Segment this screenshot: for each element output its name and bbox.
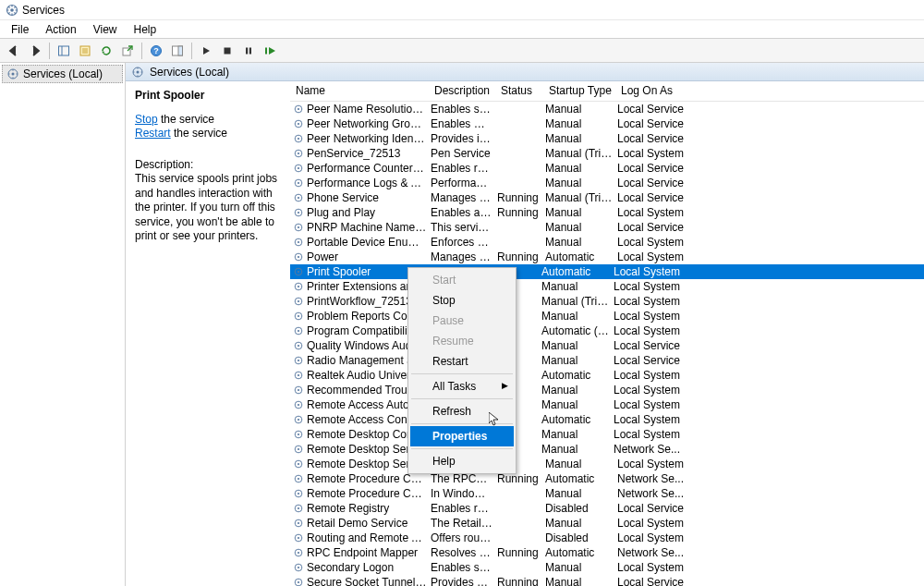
svg-point-82 (298, 552, 299, 554)
menu-file[interactable]: File (4, 22, 36, 36)
help-button[interactable]: ? (146, 41, 166, 61)
service-row[interactable]: Retail Demo ServiceThe Retail D...Manual… (290, 516, 924, 531)
column-log-on-as[interactable]: Log On As (615, 81, 699, 101)
service-icon (292, 488, 305, 499)
ctx-all-tasks[interactable]: All Tasks ▶ (410, 376, 514, 397)
service-row[interactable]: Problem Reports Control Pa...ManualLocal… (290, 309, 924, 324)
service-row[interactable]: Secure Socket Tunneling Pro...Provides s… (290, 575, 924, 586)
cell-startup: Manual (543, 117, 615, 130)
cell-name: Performance Logs & Alerts (305, 177, 429, 189)
service-row[interactable]: PenService_72513Pen ServiceManual (Trigg… (290, 146, 924, 161)
service-row[interactable]: Performance Logs & AlertsPerformance...M… (290, 176, 924, 190)
cell-logon: Local System (612, 384, 695, 397)
cell-name: Remote Registry (305, 502, 429, 515)
svg-text:?: ? (153, 46, 159, 55)
cell-logon: Local System (612, 324, 695, 337)
start-service-button[interactable] (196, 41, 216, 61)
service-row[interactable]: Remote Procedure Call (RPC)The RPCSS s..… (290, 471, 924, 486)
cell-status: Running (495, 576, 543, 586)
service-row[interactable]: Remote Desktop Configurati...ManualLocal… (290, 427, 924, 442)
toolbar-separator (141, 43, 142, 59)
services-list[interactable]: Name Description Status Startup Type Log… (290, 81, 924, 586)
ctx-properties[interactable]: Properties (410, 426, 514, 446)
cell-startup: Automatic (540, 265, 612, 278)
cell-startup: Manual (543, 487, 615, 500)
service-row[interactable]: Peer Name Resolution Proto...Enables ser… (290, 102, 924, 116)
ctx-stop[interactable]: Stop (410, 290, 514, 311)
cell-startup: Manual (540, 428, 612, 441)
cell-name: PenService_72513 (305, 147, 429, 160)
cell-logon: Local Service (615, 576, 699, 586)
service-row[interactable]: PowerManages po...RunningAutomaticLocal … (290, 250, 924, 264)
export-button[interactable] (117, 41, 138, 61)
service-row[interactable]: Plug and PlayEnables a co...RunningManua… (290, 205, 924, 220)
detail-restart-line: Restart the service (135, 127, 281, 140)
restart-service-button[interactable] (260, 41, 280, 61)
properties-button[interactable] (75, 41, 95, 61)
service-row[interactable]: Remote Desktop Services Us...Allows the … (290, 457, 924, 471)
service-row[interactable]: Portable Device Enumerator ...Enforces g… (290, 235, 924, 250)
cell-description: Enforces gro... (429, 236, 495, 249)
refresh-button[interactable] (96, 41, 116, 61)
back-button[interactable] (4, 41, 24, 61)
cell-logon: Local System (612, 295, 695, 308)
service-row[interactable]: Radio Management ServiceManualLocal Serv… (290, 353, 924, 368)
service-row[interactable]: Remote Access Auto Connec...ManualLocal … (290, 397, 924, 412)
service-icon (292, 503, 305, 514)
service-row[interactable]: Peer Networking Identity M...Provides id… (290, 131, 924, 146)
restart-service-link[interactable]: Restart (135, 127, 171, 140)
service-row[interactable]: Remote RegistryEnables rem...DisabledLoc… (290, 501, 924, 516)
service-row[interactable]: Peer Networking GroupingEnables mul...Ma… (290, 116, 924, 131)
menu-help[interactable]: Help (127, 22, 164, 36)
service-row[interactable]: Program Compatibility Assis...Automatic … (290, 324, 924, 338)
cell-name: RPC Endpoint Mapper (305, 546, 429, 559)
column-status[interactable]: Status (495, 81, 543, 101)
service-row[interactable]: Quality Windows Audio Vid...ManualLocal … (290, 338, 924, 353)
service-row[interactable]: Remote Desktop ServicesManualNetwork Se.… (290, 442, 924, 457)
service-row[interactable]: Phone ServiceManages th...RunningManual … (290, 190, 924, 205)
svg-point-84 (298, 567, 299, 568)
column-description[interactable]: Description (429, 81, 495, 101)
cell-startup: Disabled (543, 531, 615, 544)
service-row[interactable]: Performance Counter DLL H...Enables rem.… (290, 161, 924, 176)
cell-description: The Retail D... (429, 517, 495, 530)
cell-logon: Local System (615, 531, 699, 544)
service-row[interactable]: Secondary LogonEnables start...ManualLoc… (290, 560, 924, 575)
service-row[interactable]: Realtek Audio Universal Serv...Automatic… (290, 368, 924, 383)
service-row[interactable]: Routing and Remote AccessOffers routi...… (290, 531, 924, 545)
cell-startup: Manual (543, 561, 615, 574)
service-row[interactable]: Remote Procedure Call (RPC)...In Windows… (290, 486, 924, 501)
console-tree[interactable]: Services (Local) (0, 63, 126, 586)
svg-point-42 (298, 256, 299, 258)
svg-rect-2 (59, 46, 69, 55)
ctx-restart[interactable]: Restart (410, 351, 514, 372)
svg-rect-13 (225, 47, 231, 54)
service-row[interactable]: PNRP Machine Name Public...This service … (290, 220, 924, 235)
cell-logon: Network Se... (612, 443, 695, 456)
service-row[interactable]: PrintWorkflow_72513Manual (Trigg...Local… (290, 294, 924, 309)
service-row[interactable]: Recommended Troubleshoo...ManualLocal Sy… (290, 383, 924, 397)
service-row[interactable]: Print SpoolerAutomaticLocal System (290, 264, 924, 279)
menu-action[interactable]: Action (38, 22, 83, 36)
forward-button[interactable] (25, 41, 45, 61)
column-startup-type[interactable]: Startup Type (543, 81, 615, 101)
service-row[interactable]: Printer Extensions and Notifi...ManualLo… (290, 279, 924, 294)
service-row[interactable]: Remote Access Connection ...AutomaticLoc… (290, 412, 924, 427)
service-icon (292, 266, 305, 277)
ctx-refresh[interactable]: Refresh (410, 401, 514, 421)
stop-service-button[interactable] (217, 41, 237, 61)
cell-startup: Manual (543, 517, 615, 530)
stop-service-link[interactable]: Stop (135, 113, 158, 126)
pane-title: Services (Local) (150, 66, 229, 79)
show-hide-tree-button[interactable] (54, 41, 74, 61)
menu-view[interactable]: View (86, 22, 125, 36)
pause-service-button[interactable] (238, 41, 259, 61)
action-pane-button[interactable] (167, 41, 188, 61)
service-row[interactable]: RPC Endpoint MapperResolves RP...Running… (290, 545, 924, 560)
cell-name: Secure Socket Tunneling Pro... (305, 576, 429, 586)
cell-logon: Network Se... (615, 472, 699, 485)
tree-services-local[interactable]: Services (Local) (2, 65, 123, 83)
ctx-help[interactable]: Help (410, 451, 514, 471)
cell-name: Portable Device Enumerator ... (305, 236, 429, 249)
column-name[interactable]: Name (290, 81, 429, 101)
